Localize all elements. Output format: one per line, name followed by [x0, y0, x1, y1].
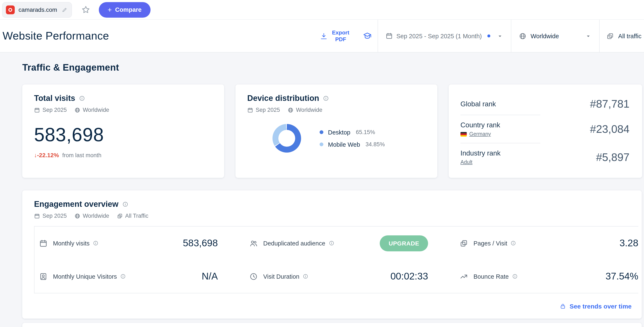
chevron-down-icon — [496, 32, 503, 39]
industry-link[interactable]: Adult — [460, 159, 472, 165]
bounce-rate-icon — [460, 272, 468, 281]
region-value: Worldwide — [530, 32, 559, 39]
metric-value: 37.54% — [606, 271, 638, 282]
pages-icon — [460, 239, 468, 247]
engagement-footer: See trends over time — [22, 293, 642, 319]
card-meta: Sep 2025 Worldwide — [247, 107, 426, 113]
card-title-row: Total visits — [34, 94, 212, 103]
calendar-icon — [247, 107, 253, 113]
calendar-icon — [39, 239, 48, 247]
info-icon[interactable] — [120, 274, 126, 279]
global-rank-row: Global rank #87,781 — [460, 93, 630, 115]
metric-deduplicated-audience: Deduplicated audience UPGRADE — [245, 227, 428, 260]
info-icon[interactable] — [328, 240, 334, 246]
rank-label: Country rank — [460, 121, 500, 129]
page-header: Website Performance Export PDF Sep 2025 … — [0, 20, 644, 52]
rank-label: Industry rank — [460, 149, 500, 157]
academy-icon[interactable] — [357, 20, 378, 52]
edit-domain-icon[interactable] — [62, 7, 67, 12]
compare-button[interactable]: + Compare — [99, 2, 150, 17]
country-link[interactable]: Germany — [469, 131, 491, 137]
device-distribution-title: Device distribution — [247, 94, 319, 103]
meta-traffic: All Traffic — [117, 213, 148, 219]
compare-label: Compare — [115, 6, 142, 13]
metric-pages-per-visit: Pages / Visit 3.28 — [455, 227, 638, 260]
upgrade-button[interactable]: UPGRADE — [380, 235, 428, 251]
download-icon — [320, 32, 327, 40]
metric-label: Bounce Rate — [474, 273, 509, 280]
metric-value: 583,698 — [183, 238, 218, 249]
info-icon[interactable] — [511, 240, 516, 246]
info-icon[interactable] — [323, 95, 329, 101]
card-title-row: Engagement overview — [34, 200, 642, 209]
page: camarads.com + Compare Website Performan… — [0, 0, 644, 327]
engagement-overview-card: Engagement overview Sep 2025 Worldwide A… — [22, 190, 642, 319]
traffic-selector[interactable]: All traffic — [600, 20, 644, 52]
calendar-icon — [386, 32, 392, 39]
total-visits-value: 583,698 — [34, 124, 212, 146]
summary-cards-row: Total visits Sep 2025 Worldwide 583, — [22, 84, 644, 178]
metric-monthly-visits: Monthly visits 583,698 — [34, 227, 218, 260]
engagement-title: Engagement overview — [34, 200, 118, 209]
chevron-down-icon — [585, 32, 592, 39]
legend-value: 34.85% — [366, 141, 385, 148]
meta-date: Sep 2025 — [34, 213, 67, 219]
lock-icon — [560, 303, 566, 309]
legend-label: Mobile Web — [328, 141, 360, 148]
rank-value: #23,084 — [590, 122, 630, 136]
calendar-icon — [34, 213, 40, 219]
see-trends-link[interactable]: See trends over time — [560, 303, 632, 310]
legend-value: 65.15% — [356, 129, 375, 135]
info-icon[interactable] — [79, 95, 85, 101]
device-donut-chart — [272, 124, 301, 153]
ranks-card: Global rank #87,781 Country rank Germany… — [449, 84, 642, 178]
traffic-channels-icon — [606, 32, 614, 40]
card-meta: Sep 2025 Worldwide All Traffic — [34, 213, 642, 219]
total-visits-title: Total visits — [34, 94, 75, 103]
clock-icon — [249, 272, 258, 281]
info-icon[interactable] — [303, 274, 308, 279]
card-title-row: Device distribution — [247, 94, 426, 103]
globe-icon — [74, 213, 80, 219]
metric-label: Deduplicated audience — [263, 240, 325, 247]
legend-dot — [320, 142, 323, 146]
rank-value: #87,781 — [590, 97, 630, 110]
date-range-selector[interactable]: Sep 2025 - Sep 2025 (1 Month) — [378, 20, 511, 52]
metric-value: 3.28 — [620, 238, 638, 249]
card-meta: Sep 2025 Worldwide — [34, 107, 212, 113]
region-selector[interactable]: Worldwide — [511, 20, 599, 52]
legend-item-desktop: Desktop 65.15% — [320, 129, 385, 136]
device-legend: Desktop 65.15% Mobile Web 34.85% — [320, 129, 385, 148]
engagement-metrics-grid: Monthly visits 583,698 Deduplicated audi… — [34, 226, 638, 293]
metric-value: 00:02:33 — [390, 271, 428, 282]
traffic-channels-icon — [117, 213, 122, 219]
favorite-star-icon[interactable] — [81, 5, 90, 14]
meta-region: Worldwide — [288, 107, 322, 113]
updated-dot — [487, 34, 490, 37]
metric-value: N/A — [202, 271, 218, 282]
domain-name: camarads.com — [18, 6, 57, 13]
site-favicon — [6, 5, 15, 14]
industry-rank-row: Industry rank Adult #5,897 — [460, 143, 630, 171]
info-icon[interactable] — [122, 201, 128, 207]
legend-item-mobile: Mobile Web 34.85% — [320, 141, 385, 148]
info-icon[interactable] — [93, 240, 98, 246]
metric-monthly-unique-visitors: Monthly Unique Visitors N/A — [34, 260, 218, 293]
domain-selector[interactable]: camarads.com — [2, 2, 72, 17]
rank-value: #5,897 — [596, 151, 630, 164]
info-icon[interactable] — [512, 274, 518, 279]
calendar-icon — [34, 107, 40, 113]
metric-label: Monthly Unique Visitors — [53, 273, 117, 280]
traffic-value: All traffic — [618, 32, 642, 39]
meta-region: Worldwide — [74, 213, 109, 219]
globe-icon — [288, 107, 294, 113]
country-rank-row: Country rank Germany #23,084 — [460, 115, 630, 143]
change-note: from last month — [62, 152, 101, 158]
change-row: ↓-22.12% from last month — [34, 152, 212, 158]
metric-label: Visit Duration — [263, 273, 300, 280]
rank-label: Global rank — [460, 100, 496, 108]
next-section-card — [22, 323, 642, 327]
unique-visitors-icon — [39, 272, 48, 281]
export-pdf-button[interactable]: Export PDF — [314, 20, 357, 52]
date-range-value: Sep 2025 - Sep 2025 (1 Month) — [396, 32, 482, 39]
